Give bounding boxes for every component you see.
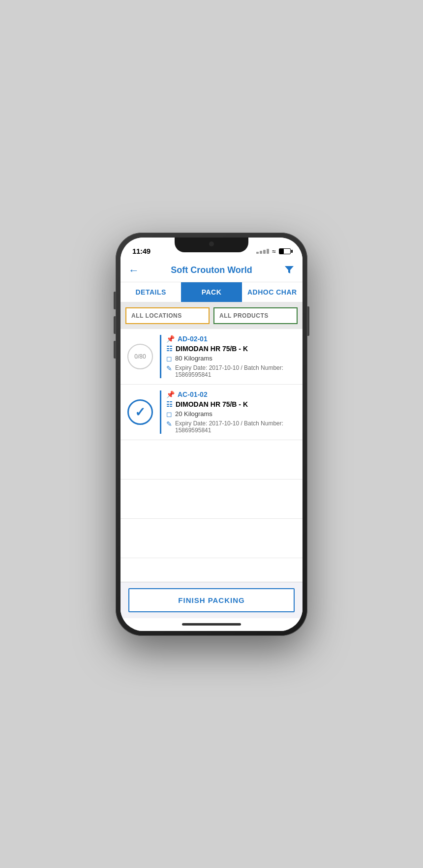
edit-icon: ✎ <box>166 364 172 372</box>
item-check-left: ✓ <box>125 399 155 425</box>
progress-circle: 0/80 <box>127 344 153 369</box>
back-arrow-icon: ← <box>128 265 139 276</box>
home-indicator <box>121 618 302 631</box>
phone-frame: 11:49 ≈ ← Soft Crouton World <box>116 233 307 636</box>
page-title: Soft Crouton World <box>143 265 280 275</box>
products-filter[interactable]: ALL PRODUCTS <box>213 307 298 324</box>
product-icon: ☷ <box>166 400 173 408</box>
checkmark-icon: ✓ <box>135 406 146 419</box>
footer: FINISH PACKING <box>121 582 302 618</box>
check-circle: ✓ <box>127 399 153 425</box>
edit-icon: ✎ <box>166 420 172 428</box>
empty-row <box>121 519 302 558</box>
header: ← Soft Crouton World <box>121 259 302 282</box>
notch <box>175 238 248 252</box>
item-name: ☷ DIMODAN HR 75/B - K <box>166 345 298 353</box>
item-expiry: ✎ Expiry Date: 2017-10-10 / Batch Number… <box>166 420 298 434</box>
signal-icon <box>256 249 269 254</box>
item-expiry: ✎ Expiry Date: 2017-10-10 / Batch Number… <box>166 364 298 378</box>
home-bar <box>182 623 241 626</box>
box-icon: ◻ <box>166 355 172 362</box>
item-divider <box>160 335 161 378</box>
phone-screen: 11:49 ≈ ← Soft Crouton World <box>121 238 302 631</box>
item-quantity: ◻ 80 Kilograms <box>166 355 298 362</box>
box-icon: ◻ <box>166 410 172 418</box>
finish-packing-button[interactable]: FINISH PACKING <box>128 588 295 612</box>
status-icons: ≈ <box>256 247 291 255</box>
filter-icon <box>284 264 295 275</box>
back-button[interactable]: ← <box>128 265 139 276</box>
empty-row <box>121 440 302 479</box>
app-content: ← Soft Crouton World DETAILS PACK <box>121 259 302 631</box>
tab-adhoc[interactable]: ADHOC CHAR <box>242 282 302 302</box>
location-pin-icon: 📌 <box>166 335 175 343</box>
svg-marker-0 <box>285 266 294 273</box>
filters-row: ALL LOCATIONS ALL PRODUCTS <box>121 302 302 329</box>
tab-pack[interactable]: PACK <box>181 282 242 302</box>
product-icon: ☷ <box>166 345 173 353</box>
items-list: 0/80 📌 AD-02-01 ☷ DIMODAN HR 75/B - K <box>121 329 302 582</box>
tabs-bar: DETAILS PACK ADHOC CHAR <box>121 282 302 302</box>
item-progress-left: 0/80 <box>125 344 155 369</box>
item-name: ☷ DIMODAN HR 75/B - K <box>166 400 298 408</box>
filter-button[interactable] <box>284 264 295 277</box>
tab-details[interactable]: DETAILS <box>121 282 181 302</box>
item-details: 📌 AD-02-01 ☷ DIMODAN HR 75/B - K ◻ 80 Ki… <box>166 335 298 378</box>
location-pin-icon: 📌 <box>166 390 175 398</box>
empty-row <box>121 479 302 519</box>
list-item[interactable]: 0/80 📌 AD-02-01 ☷ DIMODAN HR 75/B - K <box>121 329 302 385</box>
list-item[interactable]: ✓ 📌 AC-01-02 ☷ DIMODAN HR 75/B - K <box>121 385 302 440</box>
item-divider <box>160 390 161 434</box>
front-camera <box>209 241 214 246</box>
locations-filter[interactable]: ALL LOCATIONS <box>125 307 210 324</box>
item-location: 📌 AC-01-02 <box>166 390 298 398</box>
status-time: 11:49 <box>132 247 151 255</box>
item-quantity: ◻ 20 Kilograms <box>166 410 298 418</box>
battery-icon <box>279 248 291 254</box>
item-location: 📌 AD-02-01 <box>166 335 298 343</box>
item-details: 📌 AC-01-02 ☷ DIMODAN HR 75/B - K ◻ 20 Ki… <box>166 390 298 434</box>
wifi-icon: ≈ <box>272 247 276 255</box>
